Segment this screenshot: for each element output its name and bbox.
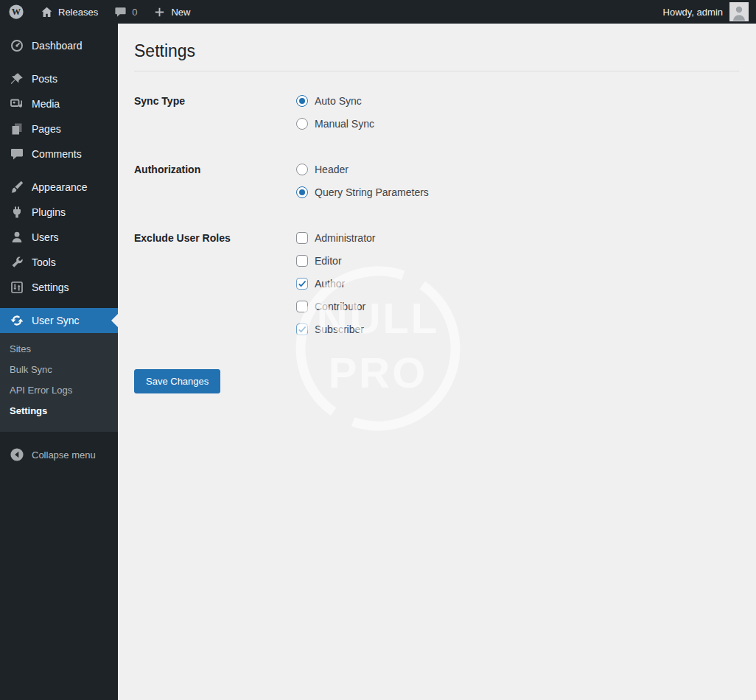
user-sync-submenu: SitesBulk SyncAPI Error LogsSettings: [0, 333, 118, 432]
submenu-item-bulk-sync[interactable]: Bulk Sync: [0, 360, 118, 380]
form-row-sync-type: Sync TypeAuto SyncManual Sync: [134, 90, 739, 136]
plus-icon: [153, 6, 166, 18]
option-label: Header: [315, 164, 349, 175]
sidebar: DashboardPostsMediaPagesCommentsAppearan…: [0, 24, 118, 700]
option-label: Query String Parameters: [315, 186, 429, 198]
user-avatar-icon: [729, 2, 749, 21]
radio-unchecked-icon[interactable]: [296, 164, 308, 175]
sidebar-item-pages[interactable]: Pages: [0, 116, 118, 141]
radio-checked-icon[interactable]: [296, 95, 308, 107]
sidebar-item-posts[interactable]: Posts: [0, 66, 118, 91]
main-content: Settings Sync TypeAuto SyncManual SyncAu…: [118, 24, 756, 700]
plugins-icon: [10, 205, 24, 220]
sidebar-item-label: Comments: [32, 147, 82, 161]
checkbox-option-editor[interactable]: Editor: [296, 250, 375, 273]
checkbox-checked-icon[interactable]: [296, 278, 308, 290]
collapse-menu-button[interactable]: Collapse menu: [0, 442, 118, 467]
radio-unchecked-icon[interactable]: [296, 118, 308, 130]
sidebar-item-comments[interactable]: Comments: [0, 141, 118, 167]
radio-option-auto-sync[interactable]: Auto Sync: [296, 90, 374, 113]
new-label: New: [171, 7, 190, 18]
sidebar-item-label: Pages: [32, 122, 61, 136]
sidebar-item-label: Tools: [32, 255, 56, 270]
sidebar-item-plugins[interactable]: Plugins: [0, 200, 118, 225]
dashboard-icon: [10, 38, 24, 53]
field-label: Authorization: [134, 158, 296, 204]
comments-icon: [10, 147, 24, 161]
checkbox-option-contributor[interactable]: Contributor: [296, 295, 375, 318]
comments-count: 0: [132, 7, 137, 18]
radio-option-manual-sync[interactable]: Manual Sync: [296, 113, 374, 136]
checkbox-unchecked-icon[interactable]: [296, 232, 308, 244]
checkbox-option-subscriber[interactable]: Subscriber: [296, 318, 375, 341]
sidebar-item-label: Plugins: [32, 205, 66, 220]
sidebar-menu: DashboardPostsMediaPagesCommentsAppearan…: [0, 24, 118, 432]
sidebar-item-label: Posts: [32, 71, 57, 86]
page-title: Settings: [134, 24, 739, 71]
tools-icon: [10, 255, 24, 270]
howdy-text: Howdy, admin: [663, 7, 723, 18]
save-changes-button[interactable]: Save Changes: [134, 369, 220, 393]
svg-text:W: W: [12, 7, 21, 17]
sidebar-item-user-sync[interactable]: User Sync: [0, 308, 118, 333]
wordpress-logo-menu[interactable]: W: [0, 0, 32, 24]
sidebar-item-users[interactable]: Users: [0, 225, 118, 250]
sidebar-item-label: Settings: [32, 280, 69, 295]
collapse-menu-label: Collapse menu: [32, 449, 96, 461]
option-label: Author: [315, 278, 345, 290]
comments-link[interactable]: 0: [106, 0, 145, 24]
settings-icon: [10, 280, 24, 295]
option-label: Editor: [315, 255, 342, 267]
home-icon: [41, 6, 53, 18]
active-item-arrow: [111, 314, 118, 327]
option-label: Contributor: [315, 301, 365, 312]
collapse-arrow-icon: [10, 447, 24, 462]
sidebar-item-tools[interactable]: Tools: [0, 250, 118, 275]
field-label: Exclude User Roles: [134, 227, 296, 341]
pages-icon: [10, 122, 24, 136]
field-options: Auto SyncManual Sync: [296, 90, 374, 136]
my-account-link[interactable]: Howdy, admin: [656, 0, 756, 24]
sidebar-item-settings[interactable]: Settings: [0, 275, 118, 300]
sidebar-item-label: Users: [32, 230, 59, 245]
option-label: Manual Sync: [315, 118, 374, 130]
submenu-item-settings[interactable]: Settings: [0, 401, 118, 421]
admin-bar: W Releases 0 New Howdy, admin: [0, 0, 756, 24]
checkbox-unchecked-icon[interactable]: [296, 301, 308, 312]
radio-checked-icon[interactable]: [296, 186, 308, 198]
sidebar-item-media[interactable]: Media: [0, 91, 118, 116]
settings-form: Sync TypeAuto SyncManual SyncAuthorizati…: [134, 90, 739, 341]
field-label: Sync Type: [134, 90, 296, 136]
submenu-item-api-error-logs[interactable]: API Error Logs: [0, 380, 118, 401]
title-divider: [134, 71, 739, 71]
appearance-icon: [10, 180, 24, 195]
sidebar-item-appearance[interactable]: Appearance: [0, 175, 118, 200]
checkbox-unchecked-icon[interactable]: [296, 255, 308, 267]
posts-icon: [10, 71, 24, 86]
field-options: AdministratorEditorAuthorContributorSubs…: [296, 227, 375, 341]
form-row-exclude-user-roles: Exclude User RolesAdministratorEditorAut…: [134, 227, 739, 341]
option-label: Auto Sync: [315, 95, 362, 107]
field-options: HeaderQuery String Parameters: [296, 158, 429, 204]
checkbox-checked-icon[interactable]: [296, 323, 308, 335]
submenu-item-sites[interactable]: Sites: [0, 339, 118, 360]
sidebar-item-label: Appearance: [32, 180, 88, 195]
sidebar-item-label: User Sync: [32, 313, 80, 328]
site-home-link[interactable]: Releases: [32, 0, 106, 24]
users-icon: [10, 230, 24, 245]
form-row-authorization: AuthorizationHeaderQuery String Paramete…: [134, 158, 739, 204]
option-label: Administrator: [315, 232, 375, 244]
radio-option-query-string-parameters[interactable]: Query String Parameters: [296, 181, 429, 204]
sidebar-item-label: Dashboard: [32, 38, 83, 53]
sidebar-item-label: Media: [32, 97, 60, 111]
sync-icon: [10, 313, 24, 328]
option-label: Subscriber: [315, 323, 364, 335]
checkbox-option-author[interactable]: Author: [296, 273, 375, 295]
new-content-link[interactable]: New: [145, 0, 198, 24]
sidebar-item-dashboard[interactable]: Dashboard: [0, 33, 118, 58]
media-icon: [10, 97, 24, 111]
checkbox-option-administrator[interactable]: Administrator: [296, 227, 375, 250]
radio-option-header[interactable]: Header: [296, 158, 429, 181]
comment-bubble-icon: [114, 6, 127, 18]
site-name: Releases: [58, 7, 98, 18]
